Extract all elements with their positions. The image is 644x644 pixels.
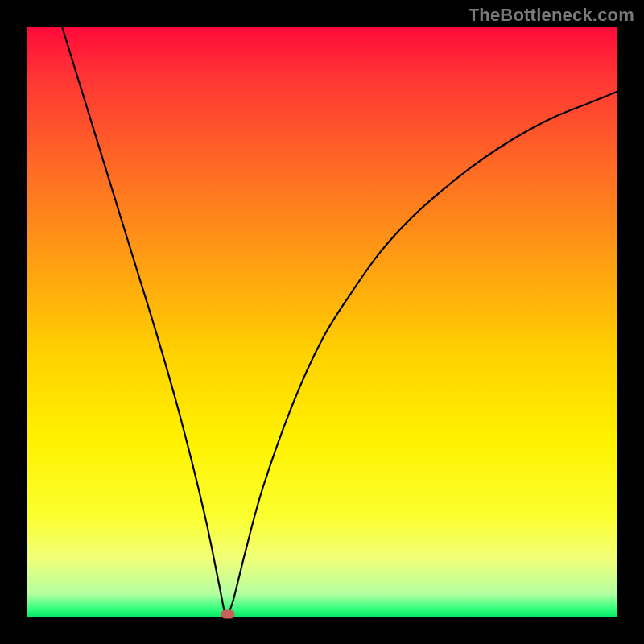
bottleneck-curve <box>62 27 617 616</box>
plot-area <box>27 27 617 617</box>
watermark-label: TheBottleneck.com <box>469 5 634 26</box>
chart-frame: TheBottleneck.com <box>0 0 644 644</box>
optimal-point-marker <box>221 610 234 619</box>
curve-layer <box>27 27 617 617</box>
